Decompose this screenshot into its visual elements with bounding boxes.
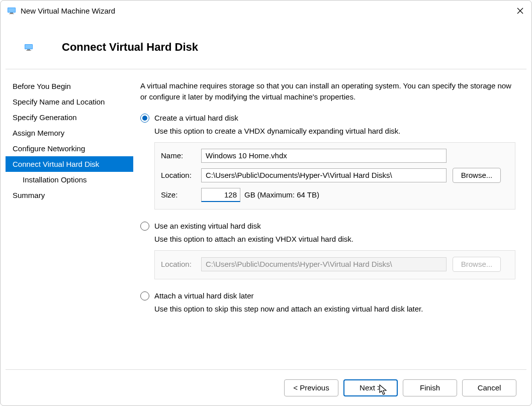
svg-rect-1	[8, 8, 15, 12]
vhd-name-input[interactable]	[201, 149, 447, 163]
sidebar-item-assign-memory[interactable]: Assign Memory	[6, 125, 133, 141]
radio-use-existing[interactable]: Use an existing virtual hard disk	[140, 222, 515, 231]
next-button[interactable]: Next >	[343, 379, 398, 396]
svg-rect-7	[26, 50, 31, 51]
existing-location-row: Location: Browse...	[161, 257, 509, 272]
wizard-footer: < Previous Next > Finish Cancel	[6, 369, 526, 405]
radio-icon	[140, 291, 149, 300]
previous-button[interactable]: < Previous	[284, 379, 338, 396]
browse-location-button[interactable]: Browse...	[453, 168, 501, 183]
option-attach-later: Attach a virtual hard disk later Use thi…	[140, 291, 515, 313]
titlebar: New Virtual Machine Wizard	[1, 1, 531, 21]
create-vhd-fields: Name: Location: Browse... Size: GB (Maxi…	[154, 142, 515, 210]
radio-attach-later[interactable]: Attach a virtual hard disk later	[140, 291, 515, 300]
sidebar-item-specify-generation[interactable]: Specify Generation	[6, 110, 133, 125]
page-title: Connect Virtual Hard Disk	[62, 41, 198, 54]
size-hint: GB (Maximum: 64 TB)	[244, 190, 319, 199]
radio-create-vhd[interactable]: Create a virtual hard disk	[140, 114, 515, 123]
option3-desc: Use this option to skip this step now an…	[154, 304, 515, 313]
radio-label: Attach a virtual hard disk later	[154, 291, 254, 300]
app-icon	[8, 7, 16, 15]
vhd-size-input[interactable]	[201, 188, 240, 202]
wizard-sidebar: Before You Begin Specify Name and Locati…	[6, 69, 133, 369]
close-button[interactable]	[508, 1, 531, 21]
wizard-window: New Virtual Machine Wizard Connect Virtu…	[0, 0, 532, 406]
browse-existing-button: Browse...	[453, 257, 501, 272]
radio-label: Use an existing virtual hard disk	[154, 222, 261, 230]
intro-text: A virtual machine requires storage so th…	[140, 80, 515, 103]
window-title: New Virtual Machine Wizard	[21, 7, 508, 15]
option-use-existing-vhd: Use an existing virtual hard disk Use th…	[140, 222, 515, 279]
sidebar-item-specify-name-location[interactable]: Specify Name and Location	[6, 94, 133, 110]
size-row: Size: GB (Maximum: 64 TB)	[161, 188, 509, 202]
svg-rect-5	[25, 45, 32, 49]
wizard-header: Connect Virtual Hard Disk	[1, 21, 531, 69]
name-row: Name:	[161, 149, 509, 163]
sidebar-item-before-you-begin[interactable]: Before You Begin	[6, 78, 133, 94]
name-label: Name:	[161, 151, 201, 160]
wizard-header-icon	[25, 43, 33, 51]
existing-location-input	[201, 257, 447, 271]
svg-rect-6	[27, 49, 30, 50]
option1-desc: Use this option to create a VHDX dynamic…	[154, 127, 515, 135]
radio-label: Create a virtual hard disk	[154, 114, 238, 122]
wizard-main: A virtual machine requires storage so th…	[133, 69, 526, 369]
radio-icon	[140, 114, 149, 123]
existing-location-label: Location:	[161, 260, 201, 268]
size-label: Size:	[161, 190, 201, 199]
radio-icon	[140, 222, 149, 231]
location-label: Location:	[161, 171, 201, 179]
sidebar-item-installation-options[interactable]: Installation Options	[6, 172, 133, 187]
svg-rect-2	[10, 13, 13, 14]
sidebar-item-configure-networking[interactable]: Configure Networking	[6, 141, 133, 156]
svg-rect-3	[9, 14, 14, 14]
cancel-button[interactable]: Cancel	[462, 379, 516, 396]
vhd-location-input[interactable]	[201, 168, 447, 182]
option2-desc: Use this option to attach an existing VH…	[154, 235, 515, 243]
existing-vhd-fields: Location: Browse...	[154, 250, 515, 279]
sidebar-item-connect-virtual-hard-disk[interactable]: Connect Virtual Hard Disk	[6, 156, 133, 172]
option-create-vhd: Create a virtual hard disk Use this opti…	[140, 114, 515, 210]
sidebar-item-summary[interactable]: Summary	[6, 187, 133, 203]
wizard-body: Before You Begin Specify Name and Locati…	[1, 69, 531, 369]
location-row: Location: Browse...	[161, 168, 509, 183]
finish-button[interactable]: Finish	[403, 379, 457, 396]
